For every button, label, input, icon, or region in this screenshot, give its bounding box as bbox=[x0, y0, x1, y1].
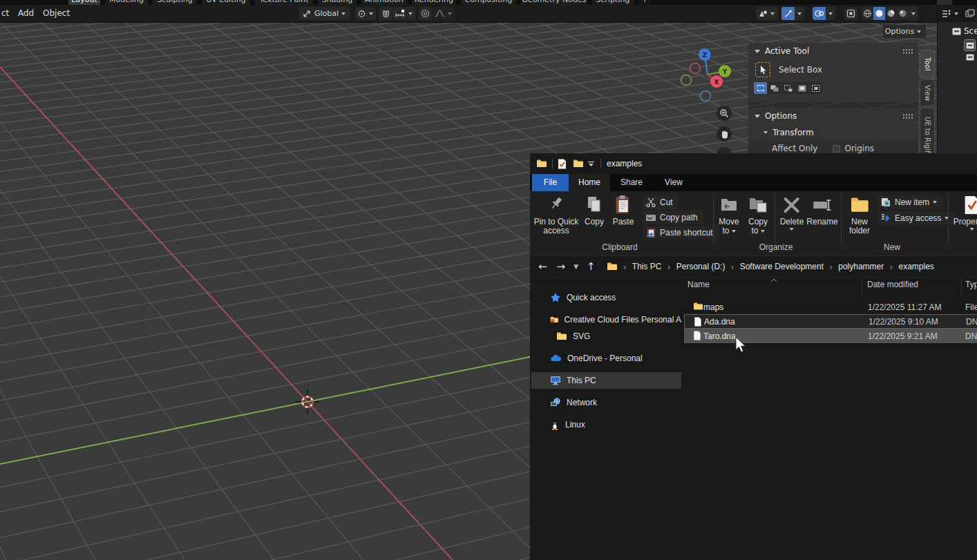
snap-target-dropdown[interactable] bbox=[393, 7, 415, 20]
rename-button[interactable]: Rename bbox=[806, 195, 837, 226]
properties-button[interactable]: Properties bbox=[954, 195, 977, 231]
panel-grip-icon[interactable] bbox=[902, 113, 913, 119]
transform-subpanel-header[interactable]: Transform bbox=[757, 124, 918, 141]
workspace-tab-texture-paint[interactable]: Texture Paint bbox=[255, 0, 313, 5]
cut-button[interactable]: Cut bbox=[643, 195, 679, 209]
new-folder-button[interactable]: Newfolder bbox=[849, 195, 870, 235]
breadcrumb-software-development[interactable]: Software Development bbox=[740, 262, 824, 271]
menu-add[interactable]: Add bbox=[18, 5, 34, 22]
overlays-toggle-dropdown[interactable] bbox=[813, 7, 835, 20]
sidebar-item-this-pc[interactable]: This PC bbox=[531, 372, 681, 389]
qat-new-folder-icon[interactable] bbox=[573, 159, 584, 168]
sidebar-item-quick-access[interactable]: Quick access bbox=[531, 289, 681, 306]
active-tool-header[interactable]: Active Tool bbox=[748, 43, 918, 59]
sidebar-item-linux[interactable]: Linux bbox=[531, 416, 681, 433]
shading-material-button[interactable] bbox=[885, 7, 897, 20]
workspace-tab-shading[interactable]: Shading bbox=[318, 0, 357, 5]
shading-solid-button[interactable] bbox=[873, 7, 885, 20]
pin-to-quick-access-button[interactable]: Pin to Quickaccess bbox=[534, 195, 579, 235]
shading-rendered-button[interactable] bbox=[897, 7, 909, 20]
viewport-options-button[interactable]: Options bbox=[883, 25, 926, 38]
back-button[interactable]: ← bbox=[538, 260, 547, 273]
tab-share[interactable]: Share bbox=[610, 174, 653, 191]
pivot-point-dropdown[interactable] bbox=[355, 7, 376, 20]
options-header[interactable]: Options bbox=[748, 108, 918, 124]
paste-button[interactable]: Paste bbox=[613, 195, 634, 226]
select-mode-intersect[interactable] bbox=[809, 82, 822, 94]
move-to-button[interactable]: Moveto bbox=[719, 195, 739, 235]
gizmo-y-neg[interactable] bbox=[681, 75, 692, 86]
zoom-button[interactable] bbox=[717, 106, 732, 121]
gizmos-toggle-dropdown[interactable] bbox=[781, 7, 804, 20]
select-mode-invert[interactable] bbox=[795, 82, 808, 94]
tab-file[interactable]: File bbox=[532, 174, 569, 191]
explorer-titlebar[interactable]: examples bbox=[530, 153, 977, 174]
workspace-tab-layout[interactable]: Layout bbox=[68, 0, 100, 5]
proportional-editing-toggle[interactable] bbox=[419, 7, 432, 20]
sidebar-tab-view[interactable]: View bbox=[920, 79, 935, 106]
file-row-maps[interactable]: maps 1/22/2025 11:27 AM File folder bbox=[684, 300, 977, 314]
tab-home[interactable]: Home bbox=[569, 174, 610, 191]
sidebar-item-network[interactable]: Network bbox=[531, 394, 681, 411]
outliner-collection-row[interactable] bbox=[938, 39, 977, 51]
new-collection-icon[interactable] bbox=[965, 9, 975, 18]
workspace-tab-sculpting[interactable]: Sculpting bbox=[153, 0, 197, 5]
transform-orientation-dropdown[interactable]: Global bbox=[299, 7, 350, 20]
copy-path-button[interactable]: Copy path bbox=[643, 211, 703, 224]
workspace-tab-uv-editing[interactable]: UV Editing bbox=[202, 0, 250, 5]
workspace-tab-modeling[interactable]: Modeling bbox=[105, 0, 148, 5]
menu-object[interactable]: Object bbox=[43, 5, 70, 22]
breadcrumb-examples[interactable]: examples bbox=[898, 262, 933, 271]
workspace-tab-animation[interactable]: Animation bbox=[361, 0, 407, 5]
breadcrumb-polyhammer[interactable]: polyhammer bbox=[838, 262, 884, 271]
menu-select-truncated[interactable]: ct bbox=[1, 5, 9, 22]
outliner-collection-row2[interactable] bbox=[938, 54, 977, 61]
copy-button[interactable]: Copy bbox=[584, 195, 605, 226]
workspace-tab-add[interactable]: + bbox=[638, 0, 651, 5]
sidebar-item-svg[interactable]: SVG bbox=[531, 328, 681, 345]
workspace-tab-rendering[interactable]: Rendering bbox=[412, 0, 456, 5]
xray-toggle[interactable] bbox=[844, 7, 857, 20]
column-header-name[interactable]: Name bbox=[687, 280, 710, 289]
proportional-falloff-dropdown[interactable] bbox=[433, 7, 455, 20]
column-header-date-modified[interactable]: Date modified bbox=[867, 280, 918, 289]
delete-button[interactable]: Delete bbox=[780, 195, 804, 231]
sidebar-tab-tool[interactable]: Tool bbox=[920, 50, 935, 78]
sidebar-item-onedrive[interactable]: OneDrive - Personal bbox=[531, 350, 681, 367]
workspace-tab-compositing[interactable]: Compositing bbox=[461, 0, 516, 5]
forward-button[interactable]: → bbox=[557, 260, 566, 273]
column-header-type[interactable]: Type bbox=[965, 280, 977, 289]
qat-properties-icon[interactable] bbox=[558, 159, 567, 169]
gizmo-z-neg[interactable] bbox=[701, 91, 711, 102]
file-row-taro-hover[interactable]: Taro.dna 1/22/2025 9:21 AM DNA File bbox=[684, 329, 977, 343]
select-mode-extend[interactable] bbox=[768, 82, 781, 94]
new-item-button[interactable]: New item bbox=[878, 195, 942, 209]
copy-to-button[interactable]: Copyto bbox=[748, 195, 768, 235]
select-box-tool-icon[interactable] bbox=[755, 62, 770, 77]
paste-shortcut-button[interactable]: Paste shortcut bbox=[643, 226, 719, 240]
breadcrumb-personal-d[interactable]: Personal (D:) bbox=[676, 262, 725, 271]
origins-checkbox[interactable] bbox=[833, 145, 840, 153]
easy-access-button[interactable]: Easy access bbox=[878, 211, 954, 225]
snap-toggle[interactable] bbox=[379, 7, 392, 20]
navigation-gizmo[interactable]: Z Y X bbox=[677, 26, 741, 104]
visibility-dropdown[interactable] bbox=[756, 7, 777, 20]
shading-wireframe-button[interactable] bbox=[862, 7, 873, 20]
filter-icon[interactable] bbox=[942, 10, 953, 18]
select-mode-subtract[interactable] bbox=[781, 82, 795, 94]
select-mode-set[interactable] bbox=[754, 82, 767, 94]
pan-button[interactable] bbox=[717, 126, 732, 142]
qat-customize-icon[interactable] bbox=[587, 161, 595, 167]
gizmo-x-neg[interactable] bbox=[690, 64, 701, 74]
workspace-tab-geometry-nodes[interactable]: Geometry Nodes bbox=[521, 0, 587, 5]
active-tool-title: Active Tool bbox=[765, 46, 809, 56]
sidebar-item-creative-cloud[interactable]: Creative Cloud Files Personal A bbox=[531, 311, 681, 328]
file-row-ada-selected[interactable]: Ada.dna 1/22/2025 9:10 AM DNA File bbox=[684, 314, 977, 329]
tab-view[interactable]: View bbox=[653, 174, 694, 191]
up-button[interactable]: ↑ bbox=[587, 260, 596, 273]
outliner-scene-row[interactable]: Scene Collection bbox=[938, 26, 977, 36]
recent-locations-dropdown[interactable]: ▼ bbox=[573, 263, 578, 270]
workspace-tab-scripting[interactable]: Scripting bbox=[592, 0, 634, 5]
breadcrumb-this-pc[interactable]: This PC bbox=[632, 262, 662, 271]
panel-grip-icon[interactable] bbox=[902, 48, 913, 55]
